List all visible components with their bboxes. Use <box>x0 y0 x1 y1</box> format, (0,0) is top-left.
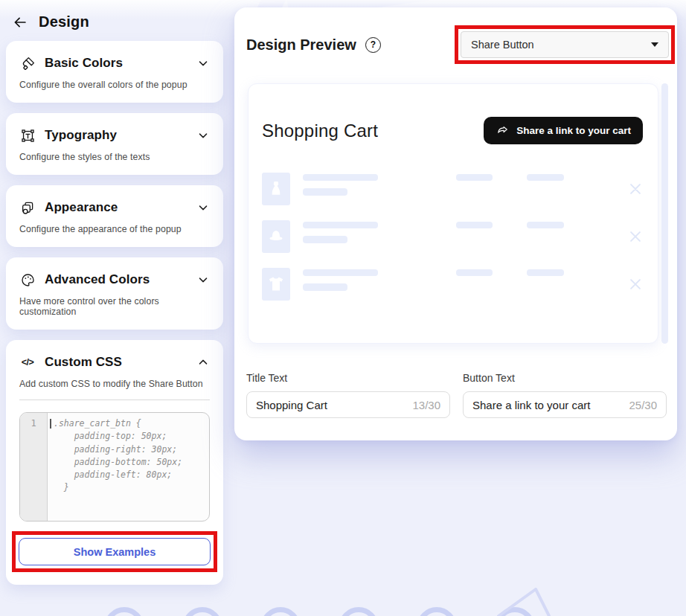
section-basic-colors-header[interactable]: Basic Colors <box>19 55 210 71</box>
decor-arc <box>104 607 144 616</box>
section-typography: Typography Configure the styles of the t… <box>6 113 223 175</box>
palette-icon <box>19 272 36 288</box>
title-text-input[interactable] <box>256 399 406 411</box>
skeleton-bar <box>303 269 378 276</box>
popup-header: Shopping Cart Share a link to your cart <box>262 117 643 144</box>
panel-title-group: Design Preview ? <box>246 36 381 54</box>
cart-item-row <box>262 220 643 253</box>
section-custom-css-header[interactable]: </> Custom CSS <box>19 354 210 370</box>
chevron-down-icon <box>196 57 210 70</box>
section-description: Configure the styles of the texts <box>19 152 210 162</box>
decor-arc <box>339 607 379 616</box>
field-label: Button Text <box>463 372 667 384</box>
item-text-placeholder <box>303 220 378 243</box>
show-examples-button[interactable]: Show Examples <box>19 538 211 565</box>
typography-icon <box>19 127 36 144</box>
char-counter: 25/30 <box>629 399 657 411</box>
caret-down-icon <box>651 42 658 47</box>
skeleton-bar <box>456 222 493 228</box>
section-appearance-header[interactable]: Appearance <box>19 199 210 216</box>
hat-icon <box>267 228 285 245</box>
section-typography-header[interactable]: Typography <box>19 127 210 144</box>
dropdown-value: Share Button <box>471 39 534 51</box>
section-advanced-colors: Advanced Colors Have more control over t… <box>6 257 223 330</box>
section-basic-colors: Basic Colors Configure the overall color… <box>6 41 223 103</box>
skeleton-bar <box>527 269 564 276</box>
code-icon: </> <box>19 354 36 370</box>
title-text-field: Title Text 13/30 <box>246 372 450 418</box>
back-arrow-icon[interactable] <box>12 14 28 31</box>
button-text-input[interactable] <box>472 399 623 411</box>
editor-line-number: 1 <box>20 413 48 521</box>
preview-scrollbar[interactable] <box>661 83 668 344</box>
item-text-placeholder <box>303 268 378 291</box>
cart-item-list <box>262 173 643 301</box>
editor-caret <box>50 419 51 429</box>
remove-item-icon[interactable] <box>628 277 643 292</box>
field-label: Title Text <box>246 372 450 384</box>
section-description: Have more control over the colors custom… <box>19 296 210 317</box>
panel-title: Design Preview <box>246 36 356 54</box>
decor-arc <box>182 607 222 616</box>
section-advanced-colors-header[interactable]: Advanced Colors <box>19 272 210 288</box>
skeleton-bar <box>456 174 493 181</box>
chevron-up-icon <box>196 356 210 369</box>
divider <box>19 400 210 400</box>
section-description: Configure the overall colors of the popu… <box>19 80 210 90</box>
custom-css-editor[interactable]: 1 .share_cart_btn { padding-top: 50px; p… <box>19 412 210 522</box>
section-label: Basic Colors <box>45 56 187 71</box>
annotation-highlight: Show Examples <box>12 531 217 572</box>
item-thumbnail <box>262 268 290 301</box>
text-fields-row: Title Text 13/30 Button Text 25/30 <box>234 372 677 418</box>
dress-icon <box>268 179 284 199</box>
item-thumbnail <box>262 173 290 205</box>
tshirt-icon <box>267 275 285 293</box>
section-appearance: Appearance Configure the appearance of t… <box>6 185 223 247</box>
section-description: Add custom CSS to modify the Share Butto… <box>19 379 210 389</box>
cart-item-row <box>262 173 643 205</box>
design-sidebar: Design Basic Colors Configure the overal… <box>6 0 223 595</box>
design-preview-panel: Design Preview ? Share Button Shopping C… <box>234 7 677 440</box>
chevron-down-icon <box>196 273 210 286</box>
skeleton-bar <box>303 283 347 291</box>
skeleton-bar <box>527 222 564 228</box>
preview-element-dropdown[interactable]: Share Button <box>461 31 669 58</box>
popup-title: Shopping Cart <box>262 121 378 141</box>
skeleton-bar <box>303 222 378 228</box>
paint-roller-icon <box>19 55 36 71</box>
share-cart-button-label: Share a link to your cart <box>516 125 631 136</box>
annotation-highlight: Share Button <box>455 25 675 64</box>
share-cart-button[interactable]: Share a link to your cart <box>484 117 643 144</box>
skeleton-bar <box>456 269 493 276</box>
chevron-down-icon <box>196 201 210 214</box>
remove-item-icon[interactable] <box>628 229 643 244</box>
field-box: 13/30 <box>246 391 450 418</box>
decor-arc <box>417 607 457 616</box>
button-text-field: Button Text 25/30 <box>463 372 667 418</box>
skeleton-bar <box>303 236 347 243</box>
chevron-down-icon <box>196 129 210 142</box>
remove-item-icon[interactable] <box>628 182 643 196</box>
section-label: Custom CSS <box>45 355 187 370</box>
share-arrow-icon <box>496 123 510 138</box>
cart-item-row <box>262 268 643 301</box>
skeleton-bar <box>303 188 347 196</box>
char-counter: 13/30 <box>412 399 440 411</box>
section-label: Typography <box>45 128 187 143</box>
item-text-placeholder <box>303 173 378 196</box>
popup-preview-card: Shopping Cart Share a link to your cart <box>248 83 658 344</box>
item-thumbnail <box>262 220 290 253</box>
decor-arc <box>495 607 535 616</box>
section-label: Appearance <box>45 200 187 215</box>
section-custom-css: </> Custom CSS Add custom CSS to modify … <box>6 340 223 585</box>
editor-code[interactable]: .share_cart_btn { padding-top: 50px; pad… <box>48 413 187 521</box>
section-label: Advanced Colors <box>45 272 187 287</box>
help-icon[interactable]: ? <box>365 37 381 53</box>
appearance-icon <box>19 199 36 216</box>
decor-arc <box>260 607 301 616</box>
decor-triangle <box>488 583 562 616</box>
skeleton-bar <box>527 174 564 181</box>
section-description: Configure the appearance of the popup <box>19 224 210 234</box>
sidebar-title: Design <box>39 13 89 31</box>
preview-area: Shopping Cart Share a link to your cart <box>234 83 677 344</box>
